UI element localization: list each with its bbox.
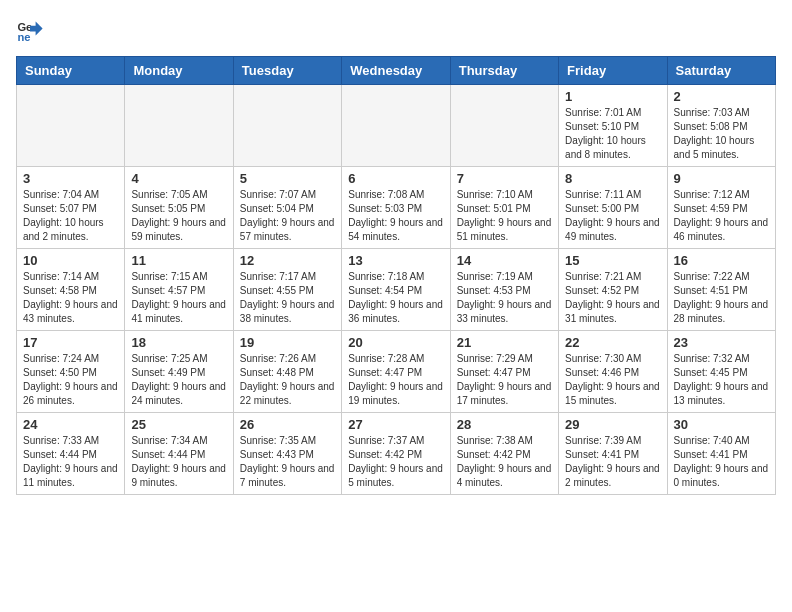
calendar-cell: 19Sunrise: 7:26 AM Sunset: 4:48 PM Dayli… [233, 331, 341, 413]
calendar-cell: 5Sunrise: 7:07 AM Sunset: 5:04 PM Daylig… [233, 167, 341, 249]
page-header: Ge ne [16, 16, 776, 44]
day-info: Sunrise: 7:11 AM Sunset: 5:00 PM Dayligh… [565, 188, 660, 244]
day-of-week-header: Saturday [667, 57, 775, 85]
day-number: 26 [240, 417, 335, 432]
day-number: 15 [565, 253, 660, 268]
day-info: Sunrise: 7:04 AM Sunset: 5:07 PM Dayligh… [23, 188, 118, 244]
day-number: 12 [240, 253, 335, 268]
day-number: 22 [565, 335, 660, 350]
day-number: 18 [131, 335, 226, 350]
day-info: Sunrise: 7:40 AM Sunset: 4:41 PM Dayligh… [674, 434, 769, 490]
calendar-cell: 1Sunrise: 7:01 AM Sunset: 5:10 PM Daylig… [559, 85, 667, 167]
calendar-cell [450, 85, 558, 167]
calendar-cell: 8Sunrise: 7:11 AM Sunset: 5:00 PM Daylig… [559, 167, 667, 249]
day-info: Sunrise: 7:21 AM Sunset: 4:52 PM Dayligh… [565, 270, 660, 326]
calendar-cell: 24Sunrise: 7:33 AM Sunset: 4:44 PM Dayli… [17, 413, 125, 495]
day-number: 30 [674, 417, 769, 432]
calendar-cell: 9Sunrise: 7:12 AM Sunset: 4:59 PM Daylig… [667, 167, 775, 249]
day-info: Sunrise: 7:25 AM Sunset: 4:49 PM Dayligh… [131, 352, 226, 408]
day-of-week-header: Tuesday [233, 57, 341, 85]
calendar-cell: 4Sunrise: 7:05 AM Sunset: 5:05 PM Daylig… [125, 167, 233, 249]
day-info: Sunrise: 7:10 AM Sunset: 5:01 PM Dayligh… [457, 188, 552, 244]
logo: Ge ne [16, 16, 46, 44]
calendar-cell: 2Sunrise: 7:03 AM Sunset: 5:08 PM Daylig… [667, 85, 775, 167]
calendar-cell: 30Sunrise: 7:40 AM Sunset: 4:41 PM Dayli… [667, 413, 775, 495]
day-info: Sunrise: 7:08 AM Sunset: 5:03 PM Dayligh… [348, 188, 443, 244]
calendar-cell: 7Sunrise: 7:10 AM Sunset: 5:01 PM Daylig… [450, 167, 558, 249]
day-info: Sunrise: 7:03 AM Sunset: 5:08 PM Dayligh… [674, 106, 769, 162]
calendar-cell: 25Sunrise: 7:34 AM Sunset: 4:44 PM Dayli… [125, 413, 233, 495]
day-info: Sunrise: 7:12 AM Sunset: 4:59 PM Dayligh… [674, 188, 769, 244]
day-number: 7 [457, 171, 552, 186]
day-info: Sunrise: 7:05 AM Sunset: 5:05 PM Dayligh… [131, 188, 226, 244]
day-number: 1 [565, 89, 660, 104]
day-number: 11 [131, 253, 226, 268]
day-info: Sunrise: 7:37 AM Sunset: 4:42 PM Dayligh… [348, 434, 443, 490]
day-number: 4 [131, 171, 226, 186]
calendar-cell: 15Sunrise: 7:21 AM Sunset: 4:52 PM Dayli… [559, 249, 667, 331]
calendar-cell: 21Sunrise: 7:29 AM Sunset: 4:47 PM Dayli… [450, 331, 558, 413]
day-info: Sunrise: 7:38 AM Sunset: 4:42 PM Dayligh… [457, 434, 552, 490]
day-info: Sunrise: 7:39 AM Sunset: 4:41 PM Dayligh… [565, 434, 660, 490]
day-info: Sunrise: 7:14 AM Sunset: 4:58 PM Dayligh… [23, 270, 118, 326]
calendar-cell: 23Sunrise: 7:32 AM Sunset: 4:45 PM Dayli… [667, 331, 775, 413]
svg-text:ne: ne [17, 31, 30, 43]
calendar-cell [342, 85, 450, 167]
day-info: Sunrise: 7:29 AM Sunset: 4:47 PM Dayligh… [457, 352, 552, 408]
calendar-week-row: 3Sunrise: 7:04 AM Sunset: 5:07 PM Daylig… [17, 167, 776, 249]
day-number: 19 [240, 335, 335, 350]
day-info: Sunrise: 7:35 AM Sunset: 4:43 PM Dayligh… [240, 434, 335, 490]
calendar-week-row: 10Sunrise: 7:14 AM Sunset: 4:58 PM Dayli… [17, 249, 776, 331]
calendar-cell: 12Sunrise: 7:17 AM Sunset: 4:55 PM Dayli… [233, 249, 341, 331]
day-of-week-header: Wednesday [342, 57, 450, 85]
calendar-cell: 26Sunrise: 7:35 AM Sunset: 4:43 PM Dayli… [233, 413, 341, 495]
calendar-week-row: 1Sunrise: 7:01 AM Sunset: 5:10 PM Daylig… [17, 85, 776, 167]
day-info: Sunrise: 7:32 AM Sunset: 4:45 PM Dayligh… [674, 352, 769, 408]
day-number: 25 [131, 417, 226, 432]
calendar-cell [233, 85, 341, 167]
day-number: 3 [23, 171, 118, 186]
day-number: 14 [457, 253, 552, 268]
day-number: 2 [674, 89, 769, 104]
calendar-cell: 10Sunrise: 7:14 AM Sunset: 4:58 PM Dayli… [17, 249, 125, 331]
calendar-cell: 29Sunrise: 7:39 AM Sunset: 4:41 PM Dayli… [559, 413, 667, 495]
day-info: Sunrise: 7:22 AM Sunset: 4:51 PM Dayligh… [674, 270, 769, 326]
calendar-cell [125, 85, 233, 167]
calendar-header-row: SundayMondayTuesdayWednesdayThursdayFrid… [17, 57, 776, 85]
day-info: Sunrise: 7:34 AM Sunset: 4:44 PM Dayligh… [131, 434, 226, 490]
calendar-cell: 6Sunrise: 7:08 AM Sunset: 5:03 PM Daylig… [342, 167, 450, 249]
calendar-cell [17, 85, 125, 167]
day-number: 16 [674, 253, 769, 268]
day-info: Sunrise: 7:26 AM Sunset: 4:48 PM Dayligh… [240, 352, 335, 408]
calendar-cell: 22Sunrise: 7:30 AM Sunset: 4:46 PM Dayli… [559, 331, 667, 413]
day-number: 23 [674, 335, 769, 350]
day-info: Sunrise: 7:30 AM Sunset: 4:46 PM Dayligh… [565, 352, 660, 408]
calendar-table: SundayMondayTuesdayWednesdayThursdayFrid… [16, 56, 776, 495]
calendar-cell: 3Sunrise: 7:04 AM Sunset: 5:07 PM Daylig… [17, 167, 125, 249]
day-info: Sunrise: 7:15 AM Sunset: 4:57 PM Dayligh… [131, 270, 226, 326]
day-number: 10 [23, 253, 118, 268]
day-number: 27 [348, 417, 443, 432]
day-info: Sunrise: 7:01 AM Sunset: 5:10 PM Dayligh… [565, 106, 660, 162]
day-number: 29 [565, 417, 660, 432]
day-number: 5 [240, 171, 335, 186]
calendar-week-row: 24Sunrise: 7:33 AM Sunset: 4:44 PM Dayli… [17, 413, 776, 495]
calendar-cell: 13Sunrise: 7:18 AM Sunset: 4:54 PM Dayli… [342, 249, 450, 331]
day-number: 17 [23, 335, 118, 350]
calendar-cell: 17Sunrise: 7:24 AM Sunset: 4:50 PM Dayli… [17, 331, 125, 413]
day-number: 28 [457, 417, 552, 432]
day-info: Sunrise: 7:33 AM Sunset: 4:44 PM Dayligh… [23, 434, 118, 490]
day-info: Sunrise: 7:07 AM Sunset: 5:04 PM Dayligh… [240, 188, 335, 244]
calendar-cell: 20Sunrise: 7:28 AM Sunset: 4:47 PM Dayli… [342, 331, 450, 413]
day-info: Sunrise: 7:28 AM Sunset: 4:47 PM Dayligh… [348, 352, 443, 408]
day-number: 6 [348, 171, 443, 186]
logo-icon: Ge ne [16, 16, 44, 44]
day-number: 20 [348, 335, 443, 350]
day-number: 9 [674, 171, 769, 186]
calendar-cell: 11Sunrise: 7:15 AM Sunset: 4:57 PM Dayli… [125, 249, 233, 331]
day-of-week-header: Sunday [17, 57, 125, 85]
day-number: 24 [23, 417, 118, 432]
calendar-cell: 18Sunrise: 7:25 AM Sunset: 4:49 PM Dayli… [125, 331, 233, 413]
day-info: Sunrise: 7:24 AM Sunset: 4:50 PM Dayligh… [23, 352, 118, 408]
calendar-cell: 14Sunrise: 7:19 AM Sunset: 4:53 PM Dayli… [450, 249, 558, 331]
